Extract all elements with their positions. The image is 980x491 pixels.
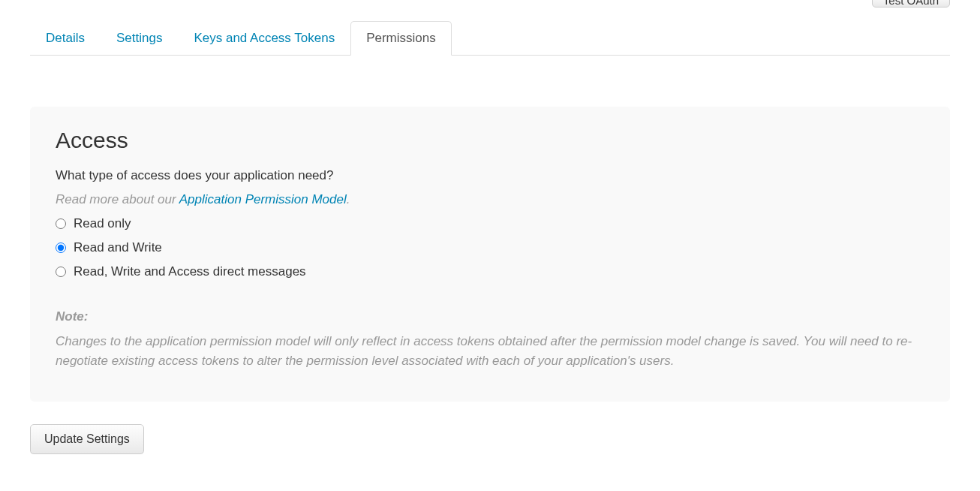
update-settings-button[interactable]: Update Settings [30,424,144,454]
access-help-text: Read more about our Application Permissi… [56,192,924,207]
radio-label-read-only: Read only [74,216,131,231]
radio-row-read-write-dm[interactable]: Read, Write and Access direct messages [56,260,924,284]
radio-row-read-write[interactable]: Read and Write [56,236,924,260]
access-panel: Access What type of access does your app… [30,107,950,402]
note-label: Note: [56,309,924,324]
help-prefix: Read more about our [56,192,179,206]
tab-settings[interactable]: Settings [101,21,178,56]
radio-label-read-write: Read and Write [74,240,162,255]
radio-label-read-write-dm: Read, Write and Access direct messages [74,264,306,279]
access-radio-group: Read only Read and Write Read, Write and… [56,212,924,284]
access-question: What type of access does your applicatio… [56,168,924,183]
note-body: Changes to the application permission mo… [56,332,924,370]
radio-read-write[interactable] [56,242,66,253]
tab-keys-tokens[interactable]: Keys and Access Tokens [178,21,350,56]
radio-read-write-dm[interactable] [56,267,66,277]
access-heading: Access [56,128,924,153]
tabs-nav: Details Settings Keys and Access Tokens … [30,21,950,56]
help-suffix: . [347,192,350,206]
radio-row-read-only[interactable]: Read only [56,212,924,236]
tab-details[interactable]: Details [30,21,101,56]
permission-model-link[interactable]: Application Permission Model [179,192,347,206]
radio-read-only[interactable] [56,218,66,229]
tab-permissions[interactable]: Permissions [350,21,452,56]
test-oauth-button[interactable]: Test OAuth [872,0,950,8]
